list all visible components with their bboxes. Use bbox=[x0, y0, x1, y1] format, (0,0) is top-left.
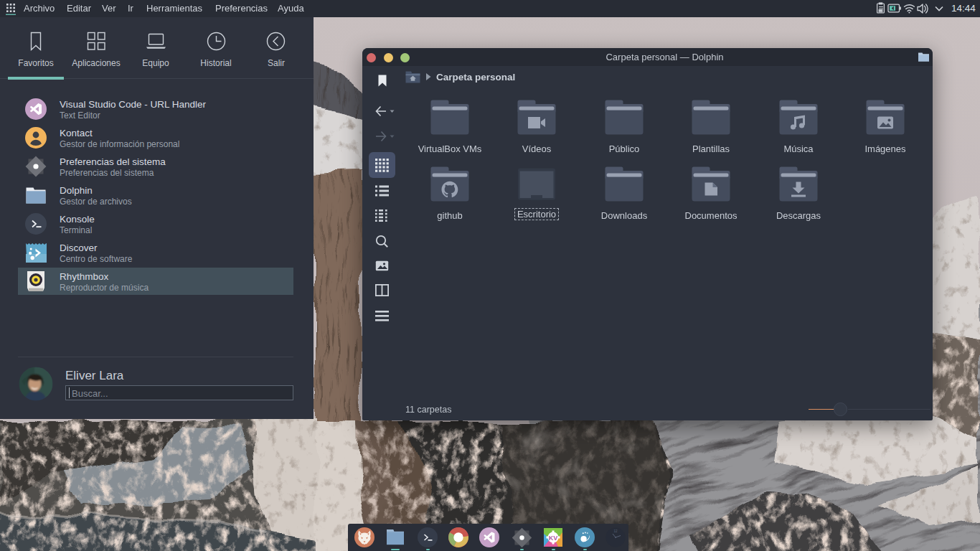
svg-text:12: 12 bbox=[613, 529, 618, 533]
svg-text:KV: KV bbox=[549, 534, 558, 542]
